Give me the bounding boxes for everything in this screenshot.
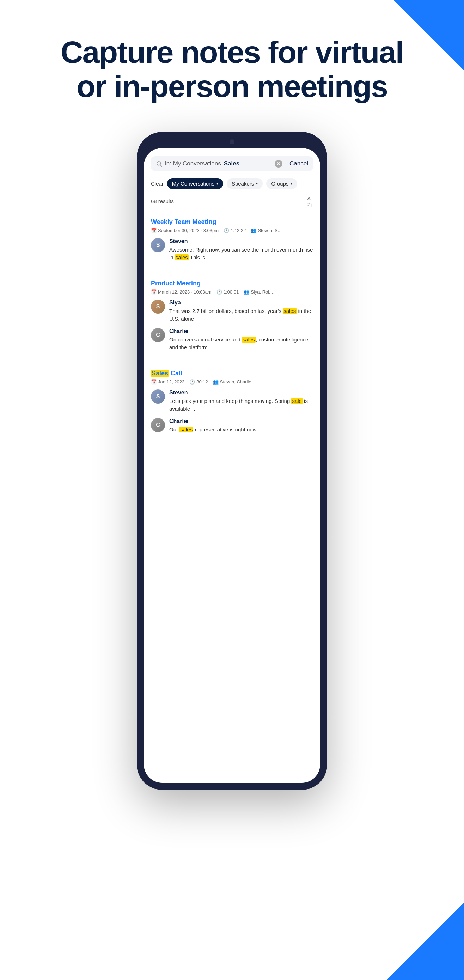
sort-button[interactable]: AZ↓ <box>307 196 313 207</box>
speaker-text-charlie-product: On conversational service and sales, cus… <box>169 336 313 352</box>
highlight-sales-3: sales <box>242 337 256 342</box>
avatar-siya: S <box>151 299 165 313</box>
speaker-content-steven-sales: Steven Let's pick your plan and keep thi… <box>169 390 313 413</box>
clear-filter-button[interactable]: Clear <box>151 178 164 189</box>
conv-title-product-meeting: Product Meeting <box>151 280 313 287</box>
avatar-steven: S <box>151 238 165 252</box>
highlight-sales-2: sales <box>283 308 297 314</box>
conv-meta-weekly-team: 📅 September 30, 2023 · 3:03pm 🕐 1:12:22 … <box>151 228 313 233</box>
search-icon <box>156 161 162 167</box>
clock-icon: 🕐 <box>224 228 229 233</box>
filter-chip-my-conversations[interactable]: My Conversations ▾ <box>167 178 223 189</box>
meta-participants-sales: 👥 Steven, Charlie... <box>213 379 255 385</box>
conv-meta-product-meeting: 📅 March 12, 2023 · 10:03am 🕐 1:00:01 👥 S… <box>151 289 313 294</box>
hero-title: Capture notes for virtual or in-person m… <box>28 35 436 104</box>
corner-decoration-bottom-right <box>386 902 464 980</box>
hero-section: Capture notes for virtual or in-person m… <box>0 0 464 125</box>
people-icon-3: 👥 <box>213 379 219 385</box>
phone-screen: in: My Conversations Sales Cancel Clear … <box>144 148 320 783</box>
highlight-sales-4: sales <box>180 426 193 433</box>
results-count: 68 results <box>151 198 174 204</box>
meta-participants-product: 👥 Siya, Rob... <box>244 289 274 294</box>
speaker-content-siya: Siya That was 2.7 billion dollars, based… <box>169 299 313 323</box>
phone-frame: in: My Conversations Sales Cancel Clear … <box>137 132 327 790</box>
conversation-card-weekly-team[interactable]: Weekly Team Meeting 📅 September 30, 2023… <box>144 212 320 273</box>
filter-chip-speakers[interactable]: Speakers ▾ <box>227 178 263 189</box>
conv-title-weekly-team: Weekly Team Meeting <box>151 218 313 226</box>
search-clear-button[interactable] <box>275 160 283 167</box>
conversation-card-sales-call[interactable]: Sales Call 📅 Jan 12, 2023 🕐 30:12 👥 Stev… <box>144 363 320 445</box>
speaker-text-steven-weekly: Awesome. Right now, you can see the mont… <box>169 246 313 262</box>
meta-date-product: 📅 March 12, 2023 · 10:03am <box>151 289 211 294</box>
speaker-content-charlie-sales: Charlie Our sales representative is righ… <box>169 418 313 434</box>
calendar-icon: 📅 <box>151 228 157 233</box>
meta-date-weekly: 📅 September 30, 2023 · 3:03pm <box>151 228 219 233</box>
search-bar[interactable]: in: My Conversations Sales Cancel <box>151 156 313 171</box>
speaker-entry-charlie-product: C Charlie On conversational service and … <box>151 328 313 352</box>
meta-duration-product: 🕐 1:00:01 <box>216 289 239 294</box>
search-bar-container: in: My Conversations Sales Cancel <box>144 148 320 175</box>
speaker-content-charlie-product: Charlie On conversational service and sa… <box>169 328 313 352</box>
speaker-entry-siya: S Siya That was 2.7 billion dollars, bas… <box>151 299 313 323</box>
speaker-name-siya: Siya <box>169 299 313 306</box>
calendar-icon-2: 📅 <box>151 289 157 294</box>
speaker-text-siya: That was 2.7 billion dollars, based on l… <box>169 307 313 323</box>
phone-container: in: My Conversations Sales Cancel Clear … <box>0 125 464 818</box>
meta-duration-sales: 🕐 30:12 <box>189 379 208 385</box>
speaker-name-charlie-2: Charlie <box>169 418 313 425</box>
avatar-charlie: C <box>151 328 165 342</box>
highlight-sales-title: Sales <box>151 370 169 377</box>
avatar-charlie-2: C <box>151 418 165 432</box>
people-icon: 👥 <box>251 228 256 233</box>
speaker-entry-steven-weekly: S Steven Awesome. Right now, you can see… <box>151 238 313 262</box>
results-row: 68 results AZ↓ <box>144 193 320 212</box>
search-scope: in: My Conversations <box>165 160 221 167</box>
highlight-sales-1: sales <box>175 255 189 260</box>
phone-notch <box>221 139 243 145</box>
avatar-steven-2: S <box>151 390 165 404</box>
clock-icon-2: 🕐 <box>216 289 222 294</box>
calendar-icon-3: 📅 <box>151 379 157 385</box>
search-cancel-button[interactable]: Cancel <box>285 160 308 167</box>
phone-camera <box>230 139 234 144</box>
speaker-name-steven-2: Steven <box>169 390 313 396</box>
meta-duration-weekly: 🕐 1:12:22 <box>224 228 246 233</box>
search-query-text: Sales <box>224 160 272 167</box>
people-icon-2: 👥 <box>244 289 249 294</box>
speaker-text-charlie-sales: Our sales representative is right now, <box>169 426 313 434</box>
highlight-sale-1: sale <box>291 398 302 404</box>
clock-icon-3: 🕐 <box>189 379 195 385</box>
conv-title-sales-call: Sales Call <box>151 370 313 377</box>
meta-participants-weekly: 👥 Steven, S... <box>251 228 281 233</box>
speaker-name-steven: Steven <box>169 238 313 245</box>
filter-row: Clear My Conversations ▾ Speakers ▾ Grou… <box>144 175 320 193</box>
speaker-entry-steven-sales: S Steven Let's pick your plan and keep t… <box>151 390 313 413</box>
meta-date-sales: 📅 Jan 12, 2023 <box>151 379 184 385</box>
speaker-entry-charlie-sales: C Charlie Our sales representative is ri… <box>151 418 313 434</box>
conv-meta-sales-call: 📅 Jan 12, 2023 🕐 30:12 👥 Steven, Charlie… <box>151 379 313 385</box>
speaker-content-steven-weekly: Steven Awesome. Right now, you can see t… <box>169 238 313 262</box>
filter-chip-groups[interactable]: Groups ▾ <box>266 178 297 189</box>
conversation-card-product-meeting[interactable]: Product Meeting 📅 March 12, 2023 · 10:03… <box>144 273 320 363</box>
speaker-text-steven-sales: Let's pick your plan and keep things mov… <box>169 397 313 413</box>
speaker-name-charlie-1: Charlie <box>169 328 313 334</box>
svg-line-1 <box>160 165 162 166</box>
